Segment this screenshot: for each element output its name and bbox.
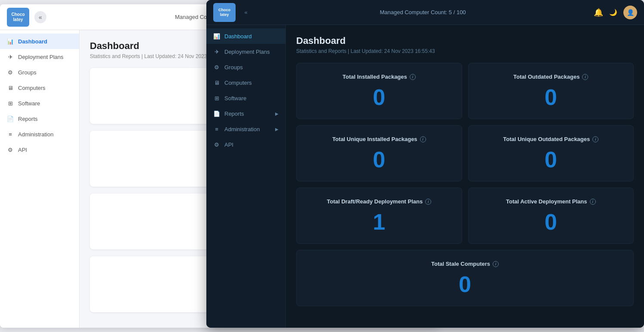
dark-deployment-icon: ✈ — [213, 48, 220, 55]
dark-sidebar-label-computers: Computers — [224, 80, 252, 86]
sidebar-item-administration[interactable]: ≡ Administration — [0, 126, 79, 142]
light-collapse-btn[interactable]: « — [34, 11, 46, 23]
dark-card-value-unique-installed: 0 — [305, 148, 453, 171]
dark-topbar: Chocolatey « Managed Computer Count: 5 /… — [206, 0, 644, 25]
dark-sidebar-label-dashboard: Dashboard — [224, 33, 252, 40]
dark-sidebar-label-groups: Groups — [224, 64, 243, 71]
dark-info-icon-active[interactable]: i — [590, 199, 596, 205]
dark-card-value-unique-outdated: 0 — [477, 148, 625, 171]
sidebar-item-deployment-plans[interactable]: ✈ Deployment Plans — [0, 49, 79, 65]
dark-sidebar-label-api: API — [224, 141, 233, 148]
dark-info-icon-unique-outdated[interactable]: i — [592, 136, 598, 142]
dark-sidebar-label-admin: Administration — [224, 126, 260, 132]
dark-card-unique-outdated: Total Unique Outdated Packages i 0 — [468, 125, 634, 181]
dark-sidebar-item-deployment[interactable]: ✈ Deployment Plans — [206, 44, 285, 59]
sidebar-label-reports: Reports — [18, 116, 38, 122]
dark-admin-icon: ≡ — [213, 126, 220, 132]
dark-sidebar-label-software: Software — [224, 95, 246, 101]
dark-card-title-unique-installed: Total Unique Installed Packages i — [305, 136, 453, 142]
dark-card-title-installed: Total Installed Packages i — [305, 74, 453, 80]
light-logo: Choco latey — [7, 8, 29, 27]
dark-sidebar-item-dashboard[interactable]: 📊 Dashboard — [206, 28, 285, 44]
reports-chevron-icon: ▶ — [275, 111, 279, 116]
dark-sidebar-item-software[interactable]: ⊞ Software — [206, 90, 285, 106]
sidebar-item-software[interactable]: ⊞ Software — [0, 95, 79, 111]
sidebar-label-software: Software — [18, 100, 40, 107]
dark-card-value-active: 0 — [477, 211, 625, 233]
dark-computers-icon: 🖥 — [213, 79, 220, 86]
dark-card-stale: Total Stale Computers i 0 — [296, 250, 634, 306]
dark-card-active: Total Active Deployment Plans i 0 — [468, 188, 634, 244]
sidebar-item-dashboard[interactable]: 📊 Dashboard — [0, 34, 79, 49]
dark-card-title-unique-outdated: Total Unique Outdated Packages i — [477, 136, 625, 142]
dark-cards-container: Total Installed Packages i 0 Total Outda… — [296, 63, 634, 306]
dark-sidebar-item-reports[interactable]: 📄 Reports ▶ — [206, 106, 285, 121]
software-icon: ⊞ — [7, 100, 14, 107]
reports-icon: 📄 — [7, 115, 14, 122]
dark-info-icon-installed[interactable]: i — [410, 74, 416, 80]
dark-avatar[interactable]: 👤 — [623, 6, 637, 19]
dark-card-title-draft: Total Draft/Ready Deployment Plans i — [305, 198, 453, 205]
dark-groups-icon: ⚙ — [213, 64, 220, 71]
dark-card-value-stale: 0 — [305, 273, 625, 295]
dark-collapse-btn[interactable]: « — [240, 6, 252, 18]
dark-sidebar-label-deployment: Deployment Plans — [224, 49, 270, 55]
dark-card-title-stale: Total Stale Computers i — [305, 261, 625, 267]
dark-info-icon-outdated[interactable]: i — [582, 74, 588, 80]
dark-api-icon: ⚙ — [213, 141, 220, 148]
admin-chevron-icon: ▶ — [275, 127, 279, 132]
dark-window: Chocolatey « Managed Computer Count: 5 /… — [206, 0, 644, 328]
dark-card-draft: Total Draft/Ready Deployment Plans i 1 — [296, 188, 462, 244]
dark-subtitle: Statistics and Reports | Last Updated: 2… — [296, 48, 634, 54]
dark-sidebar-item-api[interactable]: ⚙ API — [206, 137, 285, 152]
computers-icon: 🖥 — [7, 84, 14, 91]
admin-icon: ≡ — [7, 131, 14, 138]
dark-topbar-icons: 🔔 🌙 👤 — [594, 6, 637, 19]
dark-main: Dashboard Statistics and Reports | Last … — [286, 25, 644, 328]
dark-body: 📊 Dashboard ✈ Deployment Plans ⚙ Groups … — [206, 25, 644, 328]
sidebar-item-reports[interactable]: 📄 Reports — [0, 111, 79, 126]
dark-sidebar-item-groups[interactable]: ⚙ Groups — [206, 59, 285, 75]
sidebar-label-admin: Administration — [18, 131, 53, 138]
dark-software-icon: ⊞ — [213, 95, 220, 101]
dark-card-value-draft: 1 — [305, 211, 453, 233]
sidebar-item-groups[interactable]: ⚙ Groups — [0, 65, 79, 80]
sidebar-label-deployment: Deployment Plans — [18, 54, 64, 60]
sidebar-item-computers[interactable]: 🖥 Computers — [0, 80, 79, 95]
dark-bell-icon[interactable]: 🔔 — [594, 8, 603, 17]
dark-card-total-installed: Total Installed Packages i 0 — [296, 63, 462, 119]
dark-card-title-active: Total Active Deployment Plans i — [477, 198, 625, 205]
dark-reports-icon: 📄 — [213, 110, 220, 117]
sidebar-label-groups: Groups — [18, 69, 37, 76]
sidebar-item-api[interactable]: ⚙ API — [0, 142, 79, 157]
dark-page-title: Dashboard — [296, 35, 634, 46]
dark-sidebar-label-reports: Reports — [224, 111, 244, 117]
dark-info-icon-draft[interactable]: i — [425, 199, 431, 205]
deployment-icon: ✈ — [7, 53, 14, 60]
dark-card-total-outdated: Total Outdated Packages i 0 — [468, 63, 634, 119]
dark-card-unique-installed: Total Unique Installed Packages i 0 — [296, 125, 462, 181]
dark-card-value-installed: 0 — [305, 86, 453, 108]
dashboard-icon: 📊 — [7, 38, 14, 45]
dark-topbar-center: Managed Computer Count: 5 / 100 — [256, 9, 589, 15]
dark-info-icon-unique-installed[interactable]: i — [420, 136, 426, 142]
sidebar-label-dashboard: Dashboard — [18, 38, 47, 45]
dark-card-title-outdated: Total Outdated Packages i — [477, 74, 625, 80]
sidebar-label-api: API — [18, 147, 27, 153]
sidebar-label-computers: Computers — [18, 85, 46, 91]
dark-logo: Chocolatey — [213, 3, 236, 22]
api-icon: ⚙ — [7, 146, 14, 153]
light-sidebar: 📊 Dashboard ✈ Deployment Plans ⚙ Groups … — [0, 30, 80, 328]
dark-managed-count: Managed Computer Count: 5 / 100 — [380, 9, 466, 15]
groups-icon: ⚙ — [7, 69, 14, 76]
dark-card-value-outdated: 0 — [477, 86, 625, 108]
dark-moon-icon[interactable]: 🌙 — [609, 9, 617, 16]
dark-dashboard-icon: 📊 — [213, 33, 220, 40]
dark-sidebar-item-admin[interactable]: ≡ Administration ▶ — [206, 121, 285, 137]
dark-sidebar: 📊 Dashboard ✈ Deployment Plans ⚙ Groups … — [206, 25, 286, 328]
dark-info-icon-stale[interactable]: i — [493, 261, 499, 267]
dark-sidebar-item-computers[interactable]: 🖥 Computers — [206, 75, 285, 90]
